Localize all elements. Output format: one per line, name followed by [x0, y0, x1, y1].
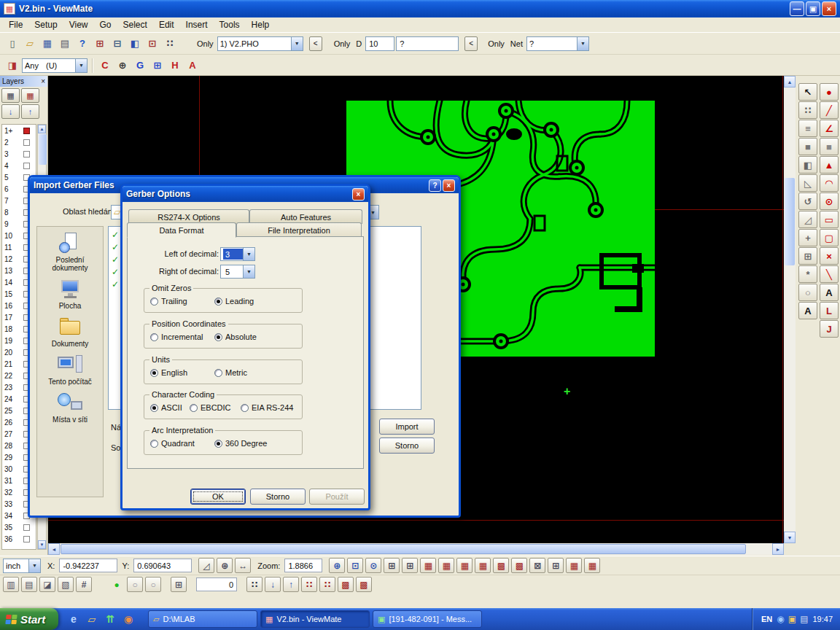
menu-item[interactable]: Insert [180, 18, 214, 31]
help-button[interactable]: ? [429, 179, 441, 192]
ruler-icon[interactable]: ▤ [21, 577, 37, 592]
scroll-right-icon[interactable]: ► [772, 543, 784, 555]
dcode-input[interactable]: 10 [365, 36, 394, 51]
language-bar-icon[interactable]: ◉ [777, 614, 784, 624]
layer-down-icon[interactable]: ↓ [1, 104, 20, 119]
menu-item[interactable]: File [3, 18, 28, 31]
radio-incremental[interactable]: Incremental [150, 332, 203, 341]
messenger-tray-icon[interactable]: ▣ [788, 614, 796, 624]
film-grid-icon[interactable]: ▦ [420, 558, 436, 573]
highlight-pads-icon[interactable]: ∷ [798, 101, 817, 119]
minimize-button[interactable]: — [790, 1, 804, 16]
text-icon[interactable]: A [820, 284, 839, 301]
film-select-icon[interactable]: ◨ [4, 58, 20, 74]
film-grid-icon[interactable]: ▩ [493, 558, 509, 573]
cancel-button[interactable]: Storno [379, 438, 435, 454]
layer-row[interactable]: 36 [2, 533, 36, 545]
right-of-decimal-select[interactable]: 5 ▼ [220, 265, 255, 279]
import-button[interactable]: Import [379, 419, 435, 435]
menu-item[interactable]: View [63, 18, 94, 31]
scroll-down-icon[interactable]: ▼ [784, 532, 796, 543]
mirror-icon[interactable]: ◧ [798, 156, 817, 174]
triangle-icon[interactable]: ▲ [820, 156, 839, 174]
red-dot-grid-icon[interactable]: ∷ [319, 577, 335, 592]
layer-list-icon[interactable]: ▦ [1, 88, 20, 103]
circle-icon[interactable]: ⊙ [820, 192, 839, 210]
menu-item[interactable]: Setup [28, 18, 63, 31]
layer-row[interactable]: 3 [2, 148, 36, 160]
arc-icon[interactable]: ◠ [820, 174, 839, 192]
anchor-up-icon[interactable]: ↑ [283, 577, 299, 592]
net-grid-icon[interactable]: ⊞ [402, 558, 418, 573]
menu-item[interactable]: Select [117, 18, 153, 31]
internet-explorer-icon[interactable]: e [66, 610, 82, 628]
dcode-list-icon[interactable]: ≡ [798, 120, 817, 137]
center-target-icon[interactable]: ⊕ [114, 58, 131, 74]
layer-visibility-checkbox[interactable] [23, 151, 30, 158]
red-mixed-grid-icon[interactable]: ▩ [338, 577, 354, 592]
cancel-button[interactable]: Storno [250, 489, 306, 505]
previous-net-button[interactable]: < [464, 36, 478, 51]
letter-h-icon[interactable]: H [167, 58, 183, 74]
letter-a-icon[interactable]: A [184, 58, 201, 74]
swap-grid-icon[interactable]: ⊞ [548, 558, 564, 573]
snap-grid-icon[interactable]: ⊞ [171, 577, 187, 592]
close-icon[interactable]: × [41, 78, 45, 85]
taskbar-button-message[interactable]: ▣ [191-482-091] - Mess... [373, 610, 482, 628]
film-grid-icon[interactable]: ▩ [511, 558, 527, 573]
diagonal-measure-icon[interactable]: ◿ [198, 558, 214, 573]
chevron-down-icon[interactable]: ▼ [243, 265, 254, 278]
context-help-icon[interactable]: ? [74, 36, 90, 52]
menu-item[interactable]: Go [94, 18, 117, 31]
tab-file-interpretation[interactable]: File Interpretation [236, 222, 362, 237]
radio-ebcdic[interactable]: EBCDIC [190, 403, 231, 412]
line-icon[interactable]: ╱ [820, 101, 839, 119]
letter-g-icon[interactable]: G [132, 58, 148, 74]
cut-icon[interactable]: × [820, 247, 839, 265]
skew-icon[interactable]: ◺ [798, 174, 817, 192]
chevron-down-icon[interactable]: ▼ [291, 37, 303, 50]
gear-icon[interactable]: * [798, 265, 817, 283]
net-select[interactable]: ? ▼ [526, 36, 589, 51]
radio-absolute[interactable]: Absolute [214, 332, 257, 341]
red-film-icon[interactable]: ▦ [584, 558, 600, 573]
lamp-off-icon[interactable]: ○ [127, 577, 143, 592]
tab-rs274x-options[interactable]: RS274-X Options [128, 209, 249, 224]
step-repeat-icon[interactable]: ⊞ [798, 247, 817, 265]
layer-visibility-checkbox[interactable] [23, 139, 30, 146]
radio-trailing[interactable]: Trailing [150, 297, 187, 306]
hook-icon[interactable]: J [820, 320, 839, 338]
corner-ruler-icon[interactable]: ◪ [39, 577, 55, 592]
radio-quadrant[interactable]: Quadrant [150, 439, 195, 448]
left-of-decimal-select[interactable]: 3 ▼ [220, 247, 255, 261]
layer-visibility-checkbox[interactable] [23, 524, 30, 531]
layer-visibility-checkbox[interactable] [23, 536, 30, 542]
rounded-rect-icon[interactable]: ▢ [820, 229, 839, 246]
menu-item[interactable]: Tools [214, 18, 246, 31]
language-indicator[interactable]: EN [761, 615, 772, 623]
radio-metric[interactable]: Metric [214, 368, 247, 377]
units-select[interactable]: inch ▼ [3, 559, 41, 573]
only-dcode-label[interactable]: Only [334, 39, 351, 48]
grid-pair-icon[interactable]: ⊞ [149, 58, 166, 74]
any-mode-select[interactable]: Any (U) ▼ [22, 58, 88, 73]
layer-row[interactable]: 2 [2, 136, 36, 148]
new-document-icon[interactable]: ▯ [4, 36, 20, 52]
radio-english[interactable]: English [150, 368, 187, 377]
zoom-window-icon[interactable]: ⊡ [347, 558, 363, 573]
scroll-left-icon[interactable]: ◄ [48, 543, 60, 555]
dcode-grid-icon[interactable]: ⊞ [384, 558, 400, 573]
print-icon[interactable]: ▤ [57, 36, 73, 52]
square-icon[interactable]: ■ [820, 138, 839, 155]
red-film-icon[interactable]: ▦ [566, 558, 582, 573]
crosshair-icon[interactable]: + [798, 229, 817, 246]
rectangle-icon[interactable]: ▭ [820, 211, 839, 228]
taskbar-button-mlab[interactable]: ▱ D:\MLAB [148, 610, 257, 628]
film-grid-icon[interactable]: ▦ [456, 558, 472, 573]
scroll-down-icon[interactable]: ▼ [38, 540, 46, 549]
place-recent-documents[interactable]: Poslední dokumenty [39, 233, 101, 272]
chevron-down-icon[interactable]: ▼ [243, 248, 254, 260]
radio-360-degree[interactable]: 360 Degree [214, 439, 268, 448]
start-button[interactable]: Start [0, 608, 58, 630]
lamp-off-icon[interactable]: ○ [145, 577, 161, 592]
